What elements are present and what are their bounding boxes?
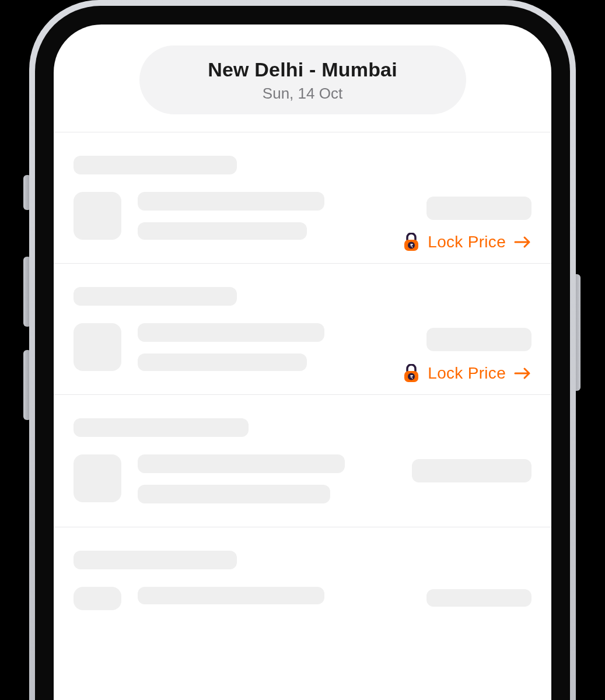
- skeleton-bar: [74, 551, 237, 569]
- search-result-row[interactable]: ₹ Lock Price: [54, 132, 551, 263]
- lock-icon: ₹: [403, 364, 419, 383]
- app-screen: New Delhi - Mumbai Sun, 14 Oct: [54, 24, 551, 700]
- skeleton-bar: [74, 287, 237, 306]
- arrow-right-icon: [514, 235, 531, 249]
- search-result-row[interactable]: [54, 395, 551, 527]
- search-result-row[interactable]: [54, 527, 551, 634]
- skeleton-lines: [138, 192, 324, 240]
- skeleton-line: [138, 587, 324, 604]
- skeleton-lines: [138, 323, 324, 371]
- lock-price-label: Lock Price: [428, 364, 506, 383]
- skeleton-avatar: [74, 454, 121, 502]
- arrow-right-icon: [514, 366, 531, 380]
- skeleton-line: [138, 323, 324, 342]
- skeleton-line: [138, 485, 330, 503]
- lock-icon: ₹: [403, 233, 419, 251]
- phone-frame: New Delhi - Mumbai Sun, 14 Oct: [29, 0, 576, 700]
- route-title: New Delhi - Mumbai: [186, 58, 419, 81]
- skeleton-avatar: [74, 323, 121, 371]
- skeleton-lines: [138, 454, 345, 503]
- lock-price-label: Lock Price: [428, 233, 506, 251]
- phone-bezel: New Delhi - Mumbai Sun, 14 Oct: [35, 6, 570, 700]
- skeleton-avatar: [74, 587, 121, 610]
- route-selector-pill[interactable]: New Delhi - Mumbai Sun, 14 Oct: [139, 46, 466, 114]
- skeleton-line: [138, 192, 324, 211]
- skeleton-price: [426, 328, 531, 351]
- route-date: Sun, 14 Oct: [186, 85, 419, 103]
- skeleton-line: [138, 454, 345, 473]
- lock-price-button[interactable]: ₹ Lock Price: [403, 233, 531, 251]
- lock-price-button[interactable]: ₹ Lock Price: [403, 364, 531, 383]
- skeleton-price: [426, 197, 531, 220]
- search-result-row[interactable]: ₹ Lock Price: [54, 264, 551, 394]
- svg-text:₹: ₹: [410, 243, 413, 249]
- skeleton-line: [138, 354, 307, 371]
- skeleton-avatar: [74, 192, 121, 240]
- header: New Delhi - Mumbai Sun, 14 Oct: [54, 24, 551, 132]
- skeleton-price: [412, 459, 531, 482]
- skeleton-bar: [74, 156, 237, 174]
- skeleton-lines: [138, 587, 324, 604]
- skeleton-bar: [74, 418, 249, 437]
- skeleton-line: [138, 222, 307, 240]
- svg-text:₹: ₹: [410, 374, 413, 380]
- skeleton-price: [426, 589, 531, 607]
- viewport: New Delhi - Mumbai Sun, 14 Oct: [0, 0, 605, 700]
